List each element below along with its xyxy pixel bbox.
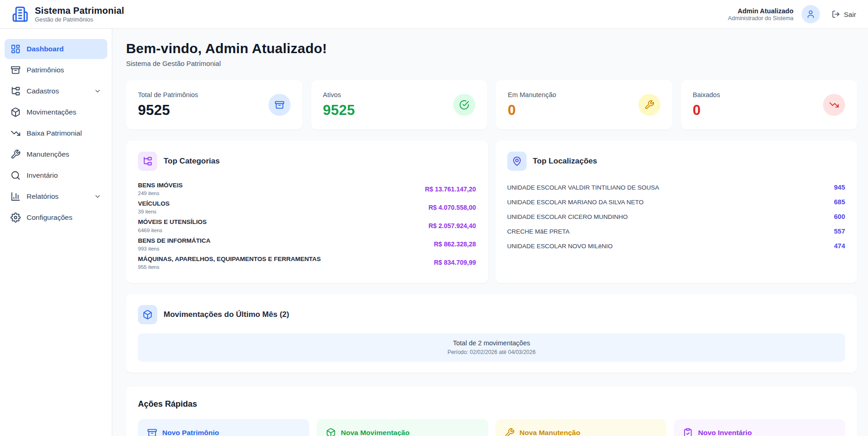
- new-patrimonio-button[interactable]: Novo Patrimônio: [138, 419, 309, 436]
- new-inventario-button[interactable]: Novo Inventário: [674, 419, 845, 436]
- category-value: R$ 4.070.558,00: [429, 204, 476, 211]
- stat-card-manutencao: Em Manutenção 0: [496, 80, 672, 130]
- top-locations-panel: Top Localizações UNIDADE ESCOLAR VALDIR …: [495, 141, 857, 283]
- location-name: UNIDADE ESCOLAR NOVO MILêNIO: [507, 243, 613, 250]
- search-icon: [11, 170, 21, 180]
- package-icon: [11, 107, 21, 117]
- logout-icon: [832, 10, 840, 18]
- location-count: 474: [834, 242, 845, 250]
- category-name: VEÍCULOS: [138, 200, 170, 207]
- avatar[interactable]: [802, 5, 820, 23]
- sidebar-item-label: Patrimônios: [27, 66, 64, 74]
- bar-chart-icon: [11, 191, 21, 202]
- category-count: 249 itens: [138, 191, 183, 196]
- top-categories-panel: Top Categorias BENS IMÓVEIS 249 itens R$…: [126, 141, 488, 283]
- trending-down-icon: [823, 94, 845, 116]
- stat-card-total: Total de Patrimônios 9525: [126, 80, 302, 130]
- top-header: Sistema Patrimonial Gestão de Patrimônio…: [0, 0, 868, 29]
- sidebar-item-label: Inventário: [27, 171, 58, 180]
- location-name: UNIDADE ESCOLAR CICERO MUNDINHO: [507, 213, 628, 220]
- category-row: MÓVEIS E UTENSÍLIOS 6469 itens R$ 2.057.…: [138, 217, 476, 235]
- panel-header: Movimentações do Último Mês (2): [138, 305, 845, 324]
- quick-actions-title: Ações Rápidas: [138, 399, 845, 409]
- sidebar-item-configuracoes[interactable]: Configurações: [5, 207, 107, 228]
- category-name: MÓVEIS E UTENSÍLIOS: [138, 218, 207, 226]
- location-row: UNIDADE ESCOLAR NOVO MILêNIO 474: [507, 239, 846, 253]
- user-icon: [806, 10, 815, 19]
- map-pin-icon: [507, 152, 527, 171]
- new-manutencao-button[interactable]: Nova Manutenção: [495, 419, 667, 436]
- sidebar-item-label: Cadastros: [27, 87, 59, 95]
- category-row: BENS IMÓVEIS 249 itens R$ 13.761.147,20: [138, 180, 476, 198]
- package-icon: [138, 305, 157, 324]
- chevron-down-icon: [94, 193, 101, 200]
- quick-action-label: Nova Movimentação: [341, 429, 410, 436]
- category-row: VEÍCULOS 39 itens R$ 4.070.558,00: [138, 198, 476, 217]
- category-name: BENS IMÓVEIS: [138, 182, 183, 189]
- new-movimentacao-button[interactable]: Nova Movimentação: [317, 419, 488, 436]
- logout-label: Sair: [844, 11, 856, 18]
- sidebar-item-label: Relatórios: [27, 192, 59, 201]
- logout-button[interactable]: Sair: [832, 10, 856, 18]
- movements-total: Total de 2 movimentações: [145, 339, 838, 347]
- wrench-icon: [11, 149, 21, 159]
- location-row: UNIDADE ESCOLAR MARIANO DA SILVA NETO 68…: [507, 195, 846, 209]
- archive-icon: [11, 65, 21, 75]
- brand: Sistema Patrimonial Gestão de Patrimônio…: [12, 5, 124, 23]
- quick-action-label: Novo Inventário: [698, 429, 752, 436]
- quick-action-label: Nova Manutenção: [520, 429, 581, 436]
- panel-title: Movimentações do Último Mês (2): [164, 310, 289, 319]
- tree-icon: [11, 86, 21, 96]
- category-name: MÁQUINAS, APARELHOS, EQUIPAMENTOS E FERR…: [138, 256, 321, 263]
- sidebar-item-baixa-patrimonial[interactable]: Baixa Patrimonial: [5, 123, 107, 143]
- stat-label: Em Manutenção: [508, 91, 556, 98]
- wrench-icon: [638, 94, 660, 116]
- check-circle-icon: [453, 94, 475, 116]
- location-count: 600: [834, 213, 845, 220]
- archive-icon: [269, 94, 291, 116]
- sidebar-item-label: Configurações: [27, 213, 72, 222]
- sidebar: Dashboard Patrimônios Cadastros Moviment…: [0, 29, 112, 436]
- movements-summary-box: Total de 2 movimentações Período: 02/02/…: [138, 333, 845, 362]
- panel-title: Top Categorias: [164, 157, 220, 166]
- user-name: Admin Atualizado: [728, 7, 793, 15]
- chevron-down-icon: [94, 87, 101, 95]
- stat-value: 9525: [138, 102, 198, 119]
- location-name: CRECHE MãE PRETA: [507, 228, 570, 235]
- sidebar-item-movimentacoes[interactable]: Movimentações: [5, 102, 107, 122]
- movements-panel: Movimentações do Último Mês (2) Total de…: [126, 294, 857, 373]
- app-subtitle: Gestão de Patrimônios: [35, 16, 124, 23]
- stats-row: Total de Patrimônios 9525 Ativos 9525: [126, 80, 857, 130]
- sidebar-item-label: Movimentações: [27, 108, 77, 116]
- sidebar-item-cadastros[interactable]: Cadastros: [5, 81, 107, 101]
- stat-label: Ativos: [323, 91, 355, 98]
- panels-row: Top Categorias BENS IMÓVEIS 249 itens R$…: [126, 141, 857, 283]
- clipboard-check-icon: [683, 428, 693, 436]
- sidebar-item-manutencoes[interactable]: Manutenções: [5, 144, 107, 164]
- stat-label: Baixados: [693, 91, 720, 98]
- sidebar-item-patrimonios[interactable]: Patrimônios: [5, 60, 107, 80]
- quick-actions-panel: Ações Rápidas Novo Patrimônio Nova Movim…: [126, 387, 857, 436]
- sidebar-item-label: Manutenções: [27, 150, 69, 158]
- gear-icon: [11, 213, 21, 223]
- sidebar-item-relatorios[interactable]: Relatórios: [5, 186, 107, 207]
- user-area: Admin Atualizado Administrador do Sistem…: [728, 5, 856, 23]
- location-row: CRECHE MãE PRETA 557: [507, 224, 846, 239]
- wrench-icon: [505, 428, 515, 436]
- sidebar-item-dashboard[interactable]: Dashboard: [5, 39, 107, 59]
- location-count: 685: [834, 198, 845, 206]
- category-value: R$ 834.709,99: [434, 259, 476, 266]
- brand-text: Sistema Patrimonial Gestão de Patrimônio…: [35, 5, 124, 23]
- category-name: BENS DE INFORMÁTICA: [138, 237, 210, 245]
- category-value: R$ 2.057.924,40: [429, 222, 476, 229]
- stat-value: 9525: [323, 102, 355, 119]
- dashboard-icon: [11, 44, 21, 54]
- location-name: UNIDADE ESCOLAR MARIANO DA SILVA NETO: [507, 199, 644, 206]
- sidebar-item-inventario[interactable]: Inventário: [5, 165, 107, 185]
- quick-action-label: Novo Patrimônio: [162, 429, 219, 436]
- trending-down-icon: [11, 128, 21, 138]
- page-subtitle: Sistema de Gestão Patrimonial: [126, 60, 857, 67]
- package-icon: [326, 428, 336, 436]
- panel-title: Top Localizações: [533, 157, 597, 166]
- quick-actions-grid: Novo Patrimônio Nova Movimentação Nova M…: [138, 419, 845, 436]
